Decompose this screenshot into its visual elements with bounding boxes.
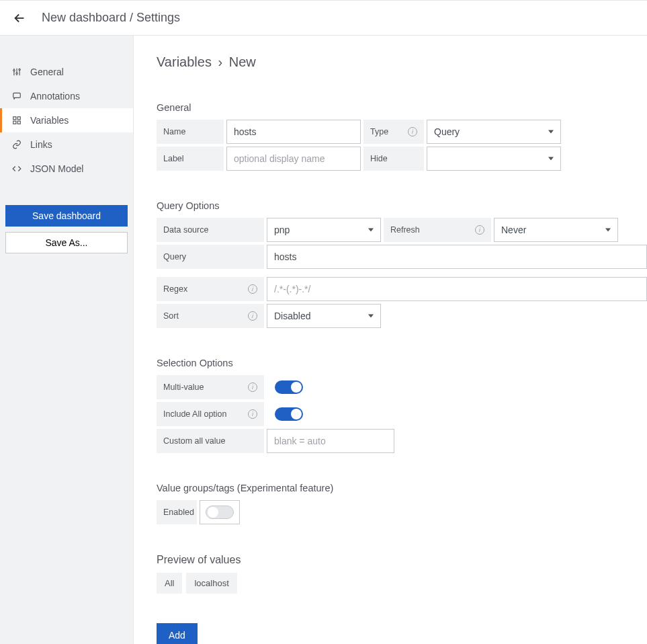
sidebar-item-label: Links <box>30 139 52 150</box>
header-title: New dashboard / Settings <box>42 11 180 25</box>
name-input[interactable] <box>226 120 361 144</box>
sidebar-item-links[interactable]: Links <box>0 132 133 157</box>
query-label: Query <box>157 245 264 269</box>
name-label: Name <box>157 120 224 144</box>
section-title: Value groups/tags (Experimental feature) <box>157 483 647 493</box>
section-title: General <box>157 102 647 113</box>
add-button[interactable]: Add <box>157 623 198 644</box>
section-query-options: Query Options Data source pnp Refresh Ne… <box>157 200 647 328</box>
section-general: General Name Type Query Label Hide <box>157 102 647 171</box>
sidebar-item-label: Annotations <box>30 91 80 102</box>
type-label: Type <box>363 120 424 144</box>
section-selection-options: Selection Options Multi-value Include Al… <box>157 358 647 453</box>
section-preview: Preview of values Alllocalhost <box>157 554 647 594</box>
sidebar-item-annotations[interactable]: Annotations <box>0 84 133 108</box>
refresh-label: Refresh <box>384 218 491 242</box>
info-icon[interactable] <box>248 311 257 321</box>
preview-chip: All <box>157 573 182 594</box>
breadcrumb-separator: › <box>218 54 222 69</box>
code-icon <box>11 163 22 174</box>
comment-icon <box>11 91 22 102</box>
sliders-icon <box>11 67 22 77</box>
section-title: Query Options <box>157 200 647 211</box>
hide-label: Hide <box>363 147 424 171</box>
type-select[interactable]: Query <box>427 120 561 144</box>
arrow-left-icon <box>12 11 27 26</box>
custom-all-label: Custom all value <box>157 429 264 453</box>
svg-rect-10 <box>17 121 20 124</box>
sidebar-item-label: Variables <box>30 115 69 126</box>
svg-rect-7 <box>13 117 16 120</box>
custom-all-input[interactable] <box>267 429 394 453</box>
svg-point-5 <box>19 69 20 70</box>
include-all-label: Include All option <box>157 402 264 426</box>
svg-point-3 <box>13 70 15 71</box>
datasource-select[interactable]: pnp <box>267 218 381 242</box>
main-content: Variables › New General Name Type Query <box>134 36 647 644</box>
info-icon[interactable] <box>408 127 417 136</box>
regex-label: Regex <box>157 277 264 301</box>
sort-label: Sort <box>157 304 264 328</box>
include-all-toggle[interactable] <box>275 407 303 421</box>
back-button[interactable] <box>12 11 27 26</box>
svg-rect-6 <box>13 93 21 97</box>
query-input[interactable] <box>267 245 647 269</box>
page-header: New dashboard / Settings <box>0 1 647 36</box>
breadcrumb-leaf: New <box>229 54 256 69</box>
save-as-button[interactable]: Save As... <box>5 232 128 253</box>
multi-value-toggle[interactable] <box>275 380 303 394</box>
sidebar-item-label: General <box>30 67 64 77</box>
sidebar-item-label: JSON Model <box>30 163 83 174</box>
multi-value-label: Multi-value <box>157 375 264 399</box>
info-icon[interactable] <box>248 284 257 294</box>
section-value-groups: Value groups/tags (Experimental feature)… <box>157 483 647 524</box>
svg-rect-9 <box>13 121 16 124</box>
save-dashboard-button[interactable]: Save dashboard <box>5 205 128 227</box>
info-icon[interactable] <box>248 383 257 392</box>
section-title: Selection Options <box>157 358 647 368</box>
sidebar-item-general[interactable]: General <box>0 60 133 84</box>
sidebar-item-variables[interactable]: Variables <box>0 108 133 132</box>
breadcrumb-root: Variables <box>157 54 212 69</box>
hide-select[interactable] <box>427 147 561 171</box>
link-icon <box>11 139 22 150</box>
preview-chip: localhost <box>186 573 236 594</box>
refresh-select[interactable]: Never <box>494 218 618 242</box>
sort-select[interactable]: Disabled <box>267 304 381 328</box>
label-input[interactable] <box>226 147 361 171</box>
regex-input[interactable] <box>267 277 647 301</box>
page-title: Variables › New <box>157 54 647 70</box>
svg-point-4 <box>16 73 17 74</box>
groups-enabled-toggle[interactable] <box>206 506 234 519</box>
info-icon[interactable] <box>248 409 257 419</box>
svg-rect-8 <box>17 117 20 120</box>
sidebar-item-json-model[interactable]: JSON Model <box>0 157 133 181</box>
enabled-label: Enabled <box>157 500 197 524</box>
label-label: Label <box>157 147 224 171</box>
info-icon[interactable] <box>475 225 484 235</box>
datasource-label: Data source <box>157 218 264 242</box>
section-title: Preview of values <box>157 554 647 566</box>
grid-icon <box>11 115 22 126</box>
settings-sidebar: General Annotations Variables <box>0 36 134 644</box>
